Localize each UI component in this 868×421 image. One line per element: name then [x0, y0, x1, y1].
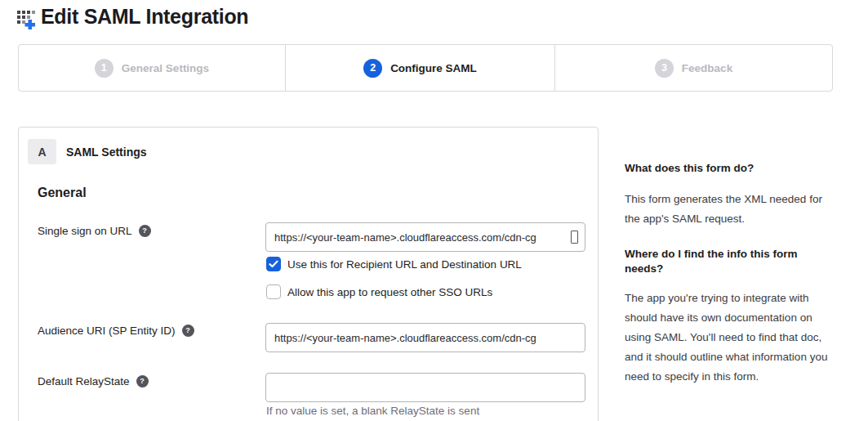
step-number-badge: 3 — [655, 59, 674, 78]
step-number-badge: 2 — [363, 59, 382, 78]
recipient-url-checkbox-row[interactable]: Use this for Recipient URL and Destinati… — [266, 257, 522, 271]
other-sso-urls-checkbox-row[interactable]: Allow this app to request other SSO URLs — [266, 284, 492, 299]
step-general-settings[interactable]: 1 General Settings — [19, 45, 286, 91]
step-label: Configure SAML — [390, 62, 477, 74]
step-number-badge: 1 — [95, 59, 114, 78]
section-title: SAML Settings — [66, 146, 147, 159]
group-heading-general: General — [38, 186, 87, 200]
sidebar-heading-what: What does this form do? — [625, 161, 830, 176]
sso-url-field-wrap — [265, 222, 585, 252]
page-title: Edit SAML Integration — [41, 5, 248, 29]
help-icon[interactable]: ? — [136, 375, 149, 387]
saml-settings-card: A SAML Settings General Single sign on U… — [18, 127, 599, 421]
step-configure-saml[interactable]: 2 Configure SAML — [286, 45, 555, 91]
help-sidebar: What does this form do? This form genera… — [625, 161, 830, 387]
checkbox-label: Allow this app to request other SSO URLs — [287, 286, 492, 298]
audience-uri-input[interactable] — [265, 323, 585, 352]
sso-url-input[interactable] — [265, 222, 585, 252]
help-icon[interactable]: ? — [139, 225, 151, 237]
sso-url-label: Single sign on URL ? — [38, 225, 151, 237]
page-header: Edit SAML Integration — [16, 5, 248, 29]
section-badge: A — [28, 139, 56, 164]
sidebar-paragraph-where: The app you're trying to integrate with … — [625, 289, 830, 387]
field-label-text: Default RelayState — [38, 375, 130, 387]
field-label-text: Single sign on URL — [38, 225, 132, 237]
recipient-url-checkbox[interactable] — [266, 257, 281, 271]
sidebar-heading-where: Where do I find the info this form needs… — [625, 247, 830, 276]
relay-state-helper-text: If no value is set, a blank RelayState i… — [266, 405, 479, 417]
other-sso-urls-checkbox[interactable] — [266, 284, 281, 299]
app-grid-add-icon — [16, 7, 38, 29]
step-label: General Settings — [122, 62, 209, 74]
field-label-text: Audience URI (SP Entity ID) — [38, 325, 176, 337]
relay-state-input[interactable] — [265, 373, 585, 402]
sidebar-paragraph-what: This form generates the XML needed for t… — [625, 190, 830, 229]
step-label: Feedback — [682, 62, 732, 74]
checkbox-label: Use this for Recipient URL and Destinati… — [287, 258, 522, 271]
relay-state-label: Default RelayState ? — [38, 375, 149, 387]
wizard-stepper: 1 General Settings 2 Configure SAML 3 Fe… — [18, 44, 833, 92]
audience-uri-label: Audience URI (SP Entity ID) ? — [38, 325, 194, 337]
help-icon[interactable]: ? — [182, 325, 194, 337]
step-feedback[interactable]: 3 Feedback — [555, 45, 832, 91]
check-icon — [269, 260, 278, 268]
text-caret — [571, 231, 578, 244]
